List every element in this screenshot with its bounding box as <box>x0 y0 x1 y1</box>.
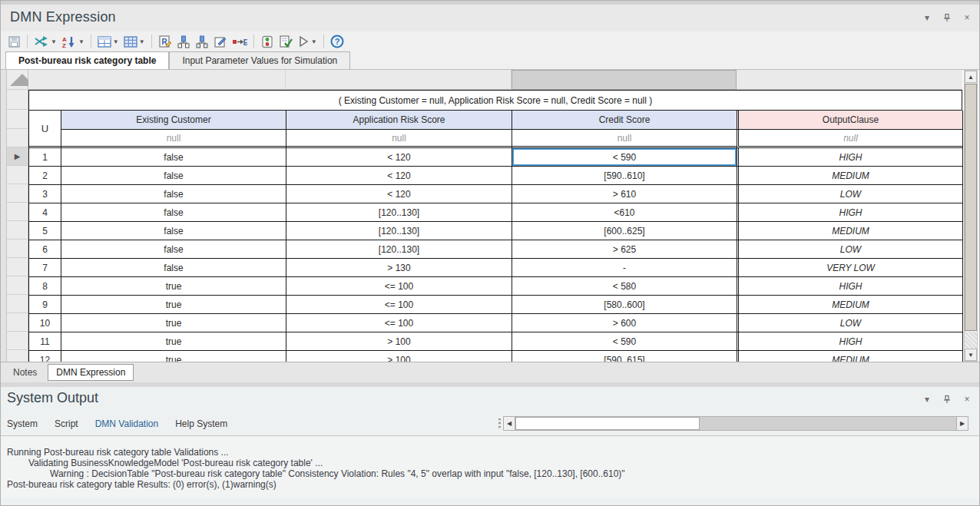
rule-cell[interactable]: MEDIUM <box>737 167 963 185</box>
rule-cell[interactable]: > 100 <box>286 351 512 362</box>
rule-cell[interactable]: > 600 <box>512 314 737 332</box>
rule-cell[interactable]: false <box>61 222 286 240</box>
rule-cell[interactable]: < 120 <box>286 185 512 203</box>
close-icon[interactable]: × <box>961 12 973 24</box>
rule-number-cell[interactable]: 12 <box>29 351 61 362</box>
gutter-cell[interactable] <box>7 166 28 184</box>
grid-style-button[interactable]: ▼ <box>121 33 147 50</box>
auto-arrange-caret-icon[interactable]: ▼ <box>51 38 57 45</box>
tab-notes[interactable]: Notes <box>5 364 45 381</box>
tab-post-bureau-risk-category-table[interactable]: Post-bureau risk category table <box>5 51 169 69</box>
horizontal-scrollbar[interactable]: ◀ ▶ <box>498 416 968 431</box>
gutter-cell[interactable] <box>7 350 28 362</box>
gutter-cell[interactable] <box>7 221 28 240</box>
band-segment[interactable] <box>286 70 512 90</box>
rule-cell[interactable]: < 590 <box>512 148 737 167</box>
rule-number-cell[interactable]: 6 <box>29 240 61 259</box>
rule-cell[interactable]: < 120 <box>286 167 512 185</box>
insert-output-column-button[interactable] <box>193 33 211 50</box>
rule-cell[interactable]: < 580 <box>512 277 737 296</box>
rule-cell[interactable]: MEDIUM <box>737 296 963 314</box>
run-simulation-button[interactable]: ▼ <box>295 33 319 50</box>
gutter-cell[interactable] <box>7 129 28 147</box>
rule-number-cell[interactable]: 9 <box>29 296 61 314</box>
rule-cell[interactable]: true <box>61 296 286 314</box>
band-segment[interactable] <box>737 70 962 90</box>
help-button[interactable]: ? <box>328 33 346 50</box>
auto-arrange-button[interactable]: ▼ <box>31 33 59 50</box>
rule-number-cell[interactable]: 10 <box>29 314 61 332</box>
rule-cell[interactable]: < 120 <box>286 148 512 167</box>
insert-input-column-button[interactable] <box>174 33 193 50</box>
column-header-application-risk-score[interactable]: Application Risk Score <box>286 111 512 130</box>
rule-number-cell[interactable]: 3 <box>29 185 61 203</box>
rule-cell[interactable]: > 625 <box>512 240 737 259</box>
rule-cell[interactable]: [580..600] <box>512 296 737 314</box>
tab-input-parameter-values[interactable]: Input Parameter Values for Simulation <box>169 51 350 69</box>
rule-cell[interactable]: LOW <box>737 185 963 203</box>
rule-cell[interactable]: false <box>61 148 286 167</box>
output-close-icon[interactable]: × <box>961 393 973 405</box>
scroll-left-icon[interactable]: ◀ <box>503 416 515 431</box>
gutter-cell[interactable] <box>7 276 28 295</box>
rule-number-cell[interactable]: 7 <box>29 259 61 277</box>
map-to-expression-button[interactable]: E <box>230 33 250 50</box>
validate-button[interactable] <box>276 33 295 50</box>
rule-cell[interactable]: false <box>61 185 286 203</box>
default-value-cell[interactable]: null <box>512 130 737 148</box>
rule-cell[interactable]: <= 100 <box>286 314 512 332</box>
rule-cell[interactable]: < 590 <box>512 332 737 351</box>
output-tab-system[interactable]: System <box>7 418 38 429</box>
rule-cell[interactable]: HIGH <box>737 148 963 167</box>
panel-menu-dropdown-icon[interactable]: ▾ <box>921 12 933 24</box>
rule-cell[interactable]: HIGH <box>737 203 963 222</box>
gutter-cell[interactable] <box>7 295 28 313</box>
vertical-scrollbar-track[interactable] <box>965 332 977 350</box>
rule-cell[interactable]: > 130 <box>286 259 512 277</box>
rule-number-cell[interactable]: 2 <box>29 167 61 185</box>
rule-cell[interactable]: false <box>61 167 286 185</box>
rule-cell[interactable]: [120..130] <box>286 240 512 259</box>
output-tab-dmn-validation[interactable]: DMN Validation <box>95 418 158 429</box>
current-row-indicator[interactable]: ▶ <box>7 147 28 166</box>
rule-cell[interactable]: true <box>61 314 286 332</box>
rule-cell[interactable]: <610 <box>512 203 737 222</box>
output-menu-dropdown-icon[interactable]: ▾ <box>921 393 933 405</box>
save-button[interactable] <box>5 33 23 50</box>
rule-cell[interactable]: > 100 <box>286 332 512 351</box>
gutter-cell[interactable] <box>7 110 28 129</box>
rule-number-cell[interactable]: 5 <box>29 222 61 240</box>
rule-cell[interactable]: - <box>512 259 737 277</box>
gutter-cell[interactable] <box>7 313 28 332</box>
vertical-scrollbar-thumb[interactable] <box>965 84 977 331</box>
rule-cell[interactable]: HIGH <box>737 277 963 296</box>
sort-button[interactable]: AZ ▼ <box>59 33 87 50</box>
rule-cell[interactable]: true <box>61 277 286 296</box>
run-caret-icon[interactable]: ▼ <box>311 38 317 45</box>
rule-number-cell[interactable]: 8 <box>29 277 61 296</box>
io-parameters-button[interactable] <box>258 33 276 50</box>
pin-icon[interactable] <box>941 12 953 24</box>
rule-number-cell[interactable]: 4 <box>29 203 61 222</box>
rule-cell[interactable]: HIGH <box>737 332 963 351</box>
rule-cell[interactable]: false <box>61 240 286 259</box>
band-segment-selected-column[interactable] <box>512 70 737 90</box>
rule-cell[interactable]: [600..625] <box>512 222 737 240</box>
rule-cell[interactable]: <= 100 <box>286 277 512 296</box>
vertical-scrollbar[interactable]: ▲ ▼ <box>964 70 978 362</box>
edit-rule-button[interactable]: R <box>156 33 174 50</box>
output-tab-script[interactable]: Script <box>55 418 78 429</box>
rule-cell[interactable]: <= 100 <box>286 296 512 314</box>
edit-cell-button[interactable] <box>211 33 230 50</box>
column-header-credit-score[interactable]: Credit Score <box>512 111 737 130</box>
column-header-existing-customer[interactable]: Existing Customer <box>61 111 286 130</box>
rule-cell[interactable]: [120..130] <box>286 203 512 222</box>
default-value-cell[interactable]: null <box>61 130 286 148</box>
gutter-cell[interactable] <box>7 203 28 221</box>
table-style-caret-icon[interactable]: ▼ <box>113 38 119 45</box>
scroll-right-icon[interactable]: ▶ <box>956 416 968 431</box>
sort-caret-icon[interactable]: ▼ <box>78 38 84 45</box>
rule-cell[interactable]: VERY LOW <box>737 259 963 277</box>
rule-cell[interactable]: LOW <box>737 240 963 259</box>
table-style-button[interactable]: ▼ <box>95 33 121 50</box>
